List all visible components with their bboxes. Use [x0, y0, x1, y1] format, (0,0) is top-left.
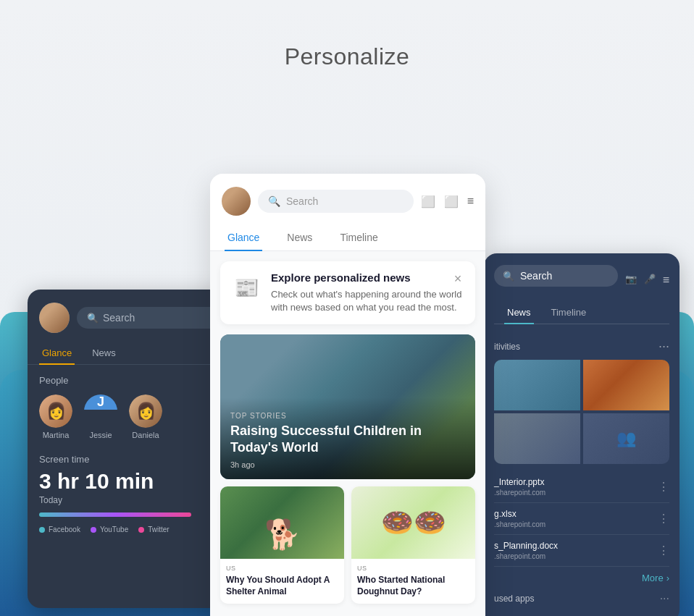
file-list: _Interior.pptx .sharepoint.com ⋮ g.xlsx … — [484, 471, 680, 567]
legend-label-twitter: Twitter — [148, 526, 169, 533]
tab-news-left[interactable]: News — [89, 342, 119, 364]
person-name-jessie: Jessie — [89, 431, 112, 439]
settings-icon-right[interactable]: ≡ — [663, 274, 669, 287]
person-jessie[interactable]: J Jessie — [84, 395, 117, 439]
right-tabs: News Timeline — [494, 301, 669, 324]
news-cards-small: 🐕 US Why You Should Adopt A Shelter Anim… — [220, 486, 475, 603]
file-more-icon-2[interactable]: ⋮ — [658, 512, 669, 526]
settings-icon[interactable]: ≡ — [467, 195, 474, 208]
tab-glance-left[interactable]: Glance — [39, 342, 75, 364]
news-card-content-2: US Who Started National Doughnut Day? — [351, 559, 475, 603]
news-card-large[interactable]: TOP STORIES Raising Successful Children … — [220, 334, 475, 479]
file-more-icon-3[interactable]: ⋮ — [658, 544, 669, 557]
photo-grid: 👥 — [494, 360, 669, 464]
used-apps-more-icon[interactable]: ··· — [660, 592, 669, 605]
search-icon: 🔍 — [87, 313, 99, 324]
screen-time-today: Today — [39, 495, 230, 505]
news-title-1: Why You Should Adopt A Shelter Animal — [226, 575, 338, 597]
person-martina[interactable]: 👩 Martina — [39, 395, 72, 439]
legend-dot-facebook — [39, 527, 45, 533]
news-category: TOP STORIES — [230, 412, 465, 420]
news-card-small-2[interactable]: 🍩🍩 US Who Started National Doughnut Day? — [351, 486, 475, 603]
file-item-3[interactable]: s_Planning.docx .sharepoint.com ⋮ — [494, 535, 669, 567]
header-icons-right: 📷 🎤 ≡ — [625, 274, 669, 287]
people-section: People 👩 Martina J Jessie 👩 — [28, 365, 241, 447]
person-daniela[interactable]: 👩 Daniela — [129, 395, 162, 439]
news-image-dog: 🐕 — [220, 486, 344, 559]
activities-header: itivities ··· — [494, 339, 669, 354]
file-info-1: _Interior.pptx .sharepoint.com — [494, 477, 658, 497]
news-image-donuts: 🍩🍩 — [351, 486, 475, 559]
notification-title: Explore personalized news — [271, 271, 465, 284]
search-icon-center: 🔍 — [268, 195, 280, 207]
file-info-3: s_Planning.docx .sharepoint.com — [494, 541, 658, 560]
notification-description: Check out what's happening around the wo… — [271, 288, 465, 314]
activities-title: itivities — [494, 342, 520, 352]
news-source-1: US — [226, 565, 338, 572]
activities-section: itivities ··· 👥 — [484, 332, 680, 471]
more-button[interactable]: More › — [484, 567, 680, 589]
center-card-header: 🔍 Search ⬜ ⬜ ≡ — [210, 174, 485, 224]
legend-facebook: Facebook — [39, 526, 80, 533]
people-title: People — [39, 375, 230, 386]
news-card-small-1[interactable]: 🐕 US Why You Should Adopt A Shelter Anim… — [220, 486, 344, 603]
card-center: 🔍 Search ⬜ ⬜ ≡ Glance News Timeline 📰 — [210, 174, 485, 616]
photo-item-3[interactable] — [494, 413, 580, 464]
camera-icon[interactable]: ⬜ — [421, 195, 435, 208]
avatar-image — [39, 303, 70, 333]
notification-icon: 📰 — [230, 271, 262, 303]
microphone-icon[interactable]: ⬜ — [444, 195, 459, 208]
avatar-center — [222, 187, 251, 216]
tab-timeline-center[interactable]: Timeline — [337, 224, 380, 250]
search-text-right: Search — [520, 270, 552, 282]
search-icon-right: 🔍 — [503, 271, 514, 282]
microphone-icon-right[interactable]: 🎤 — [644, 274, 656, 287]
file-item-1[interactable]: _Interior.pptx .sharepoint.com ⋮ — [494, 471, 669, 503]
avatar-image-daniela: 👩 — [129, 395, 162, 428]
file-item-2[interactable]: g.xlsx .sharepoint.com ⋮ — [494, 503, 669, 535]
file-more-icon-1[interactable]: ⋮ — [658, 480, 669, 494]
notification-card: 📰 Explore personalized news Check out wh… — [220, 261, 475, 324]
screen-time-section: Screen time 3 hr 10 min Today Facebook Y… — [28, 447, 241, 541]
file-source-1: .sharepoint.com — [494, 489, 658, 497]
close-button[interactable]: × — [449, 270, 467, 287]
card-right: 🔍 Search 📷 🎤 ≡ News Timeline — [484, 253, 680, 616]
photo-item-1[interactable] — [494, 360, 580, 410]
used-apps-header: used apps ··· — [494, 592, 669, 605]
tab-glance-center[interactable]: Glance — [225, 224, 262, 250]
left-tabs: Glance News — [28, 342, 241, 365]
search-placeholder-center: Search — [286, 195, 318, 207]
photo-item-4[interactable]: 👥 — [583, 413, 669, 464]
legend-dot-youtube — [91, 527, 96, 533]
news-card-content-1: US Why You Should Adopt A Shelter Animal — [220, 559, 344, 603]
search-box-center[interactable]: 🔍 Search — [258, 190, 414, 213]
header-icons-center: ⬜ ⬜ ≡ — [421, 195, 474, 208]
news-source-2: US — [357, 565, 469, 572]
file-source-3: .sharepoint.com — [494, 552, 658, 560]
file-name-3: s_Planning.docx — [494, 541, 658, 551]
legend-dot-twitter — [138, 527, 144, 533]
file-info-2: g.xlsx .sharepoint.com — [494, 509, 658, 528]
screen-time-label: Screen time — [39, 454, 230, 465]
search-label-left: Search — [103, 312, 135, 324]
tab-news-right[interactable]: News — [504, 301, 534, 324]
used-apps-section: used apps ··· — [484, 589, 680, 608]
news-headline: Raising Successful Children in Today's W… — [230, 423, 465, 457]
person-name-martina: Martina — [43, 431, 70, 439]
activities-more-icon[interactable]: ··· — [659, 339, 669, 354]
search-box-right[interactable]: 🔍 Search — [494, 265, 618, 287]
right-card-header: 🔍 Search 📷 🎤 ≡ News Timeline — [484, 253, 680, 332]
legend-youtube: YouTube — [91, 526, 128, 533]
tab-news-center[interactable]: News — [284, 224, 315, 250]
legend-twitter: Twitter — [138, 526, 169, 533]
chevron-right-icon: › — [666, 573, 669, 583]
screen-time-value: 3 hr 10 min — [39, 469, 230, 494]
photo-item-2[interactable] — [583, 360, 669, 410]
avatar-image-martina: 👩 — [39, 395, 72, 428]
avatar-image-jessie: J — [84, 395, 117, 410]
file-source-2: .sharepoint.com — [494, 520, 658, 528]
tab-timeline-right[interactable]: Timeline — [548, 301, 590, 324]
avatar-jessie: J — [84, 395, 117, 428]
search-box-left[interactable]: 🔍 Search — [77, 307, 230, 329]
camera-icon-right[interactable]: 📷 — [625, 274, 637, 287]
